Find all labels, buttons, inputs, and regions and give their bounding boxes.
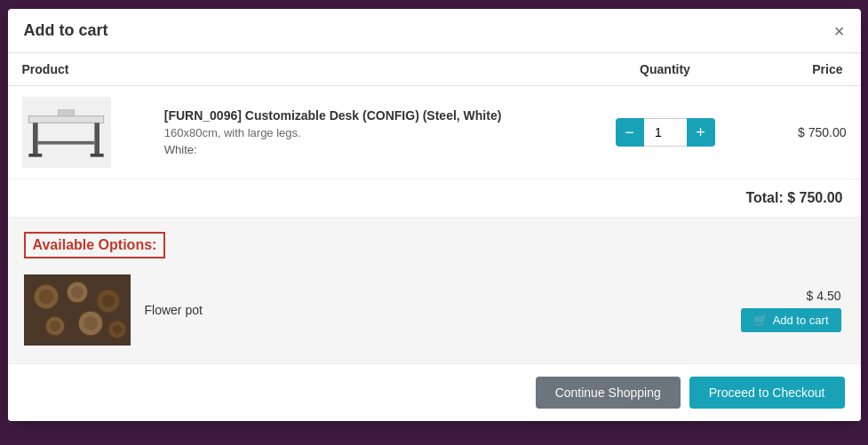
option-add-to-cart-button[interactable]: 🛒 Add to cart: [741, 308, 841, 332]
price-col-header: Price: [737, 53, 861, 86]
option-add-label: Add to cart: [773, 314, 829, 327]
svg-point-15: [50, 321, 60, 331]
option-price: $ 4.50: [807, 289, 841, 303]
quantity-col-header: Quantity: [594, 53, 737, 86]
close-button[interactable]: ×: [834, 22, 845, 40]
svg-point-13: [102, 295, 115, 307]
add-to-cart-modal: Add to cart × Product Quantity Price: [8, 9, 861, 421]
product-col-header: Product: [8, 53, 594, 86]
quantity-control: − +: [616, 118, 715, 147]
quantity-input[interactable]: [644, 118, 687, 147]
modal-footer: Continue Shopping Proceed to Checkout: [8, 363, 861, 421]
product-info-cell: [FURN_0096] Customizable Desk (CONFIG) (…: [150, 86, 594, 179]
continue-shopping-button[interactable]: Continue Shopping: [536, 377, 681, 409]
desk-image-svg: [24, 99, 108, 166]
options-section: Available Options:: [8, 218, 861, 363]
quantity-decrease-button[interactable]: −: [616, 118, 644, 147]
modal-title: Add to cart: [24, 21, 108, 40]
option-image: [24, 274, 131, 346]
svg-point-19: [113, 325, 122, 334]
product-image: [22, 97, 111, 168]
svg-rect-4: [91, 153, 104, 156]
product-description: 160x80cm, with large legs.: [164, 126, 580, 139]
product-color: White:: [164, 143, 580, 156]
options-title: Available Options:: [24, 232, 166, 258]
option-right: $ 4.50 🛒 Add to cart: [741, 289, 841, 332]
svg-rect-2: [94, 123, 100, 156]
quantity-cell: − +: [594, 86, 737, 179]
svg-rect-0: [28, 115, 103, 123]
table-row: [FURN_0096] Customizable Desk (CONFIG) (…: [8, 86, 861, 179]
modal-body: Product Quantity Price: [8, 53, 861, 363]
svg-rect-1: [33, 123, 38, 156]
product-table: Product Quantity Price: [8, 53, 861, 179]
total-row: Total: $ 750.00: [8, 179, 861, 218]
total-value: $ 750.00: [787, 190, 842, 205]
total-label: Total:: [745, 190, 783, 205]
product-name: [FURN_0096] Customizable Desk (CONFIG) (…: [164, 108, 580, 123]
product-image-cell: [8, 86, 150, 179]
product-price: $ 750.00: [737, 86, 861, 179]
svg-point-9: [39, 290, 53, 304]
proceed-to-checkout-button[interactable]: Proceed to Checkout: [689, 377, 845, 409]
cart-icon: 🛒: [753, 314, 768, 327]
option-image-svg: [24, 274, 131, 346]
svg-point-11: [71, 286, 84, 298]
option-name: Flower pot: [145, 303, 727, 317]
svg-rect-5: [38, 140, 95, 144]
modal-header: Add to cart ×: [8, 9, 861, 53]
svg-rect-6: [58, 109, 75, 116]
svg-point-17: [84, 316, 98, 330]
option-item: Flower pot $ 4.50 🛒 Add to cart: [24, 271, 845, 349]
svg-rect-3: [28, 153, 42, 156]
quantity-increase-button[interactable]: +: [687, 118, 715, 147]
